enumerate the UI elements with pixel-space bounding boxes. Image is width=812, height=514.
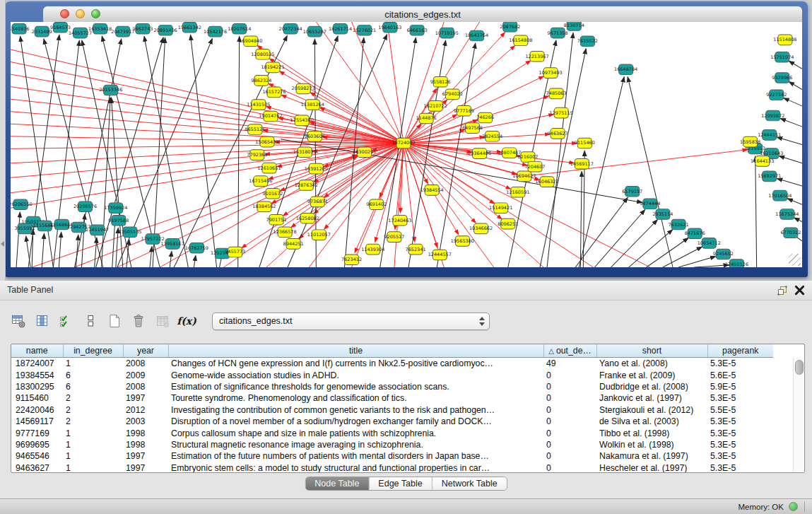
table-cell[interactable]: 2008 (123, 381, 168, 392)
table-cell[interactable]: 1 (63, 358, 123, 370)
column-header-short[interactable]: short (596, 344, 707, 358)
table-cell[interactable]: 1 (63, 462, 123, 473)
table-scrollbar-thumb[interactable] (795, 360, 804, 375)
table-cell[interactable]: 1998 (123, 439, 168, 450)
table-cell[interactable]: Estimation of significance thresholds fo… (168, 381, 543, 392)
table-cell[interactable]: 14569117 (11, 416, 63, 427)
table-cell[interactable]: 1998 (123, 427, 168, 438)
table-cell[interactable]: Disruption of a novel member of a sodium… (168, 416, 543, 427)
table-cell[interactable]: 0 (543, 392, 596, 404)
function-builder-button[interactable]: f(x) (177, 312, 196, 330)
table-cell[interactable]: 2012 (123, 404, 168, 416)
table-row[interactable]: 1872400712008Changes of HCN gene express… (11, 358, 773, 370)
window-titlebar[interactable]: citations_edges.txt (43, 6, 802, 23)
table-cell[interactable]: Wolkin et al. (1998) (596, 439, 707, 450)
table-cell[interactable]: 0 (543, 439, 596, 450)
table-cell[interactable]: 1997 (123, 392, 168, 404)
table-cell[interactable]: Embryonic stem cells: a model to study s… (168, 462, 543, 473)
tab-edge-table[interactable]: Edge Table (368, 477, 431, 490)
table-row[interactable]: 977716911998Corpus callosum shape and si… (11, 427, 773, 438)
memory-status-indicator[interactable] (789, 502, 798, 511)
network-canvas[interactable]: 1540836203148991645731405572716353418204… (11, 22, 802, 267)
table-cell[interactable]: 6 (63, 369, 123, 380)
column-header-title[interactable]: title (168, 344, 543, 358)
table-cell[interactable]: 5.3E-5 (707, 392, 773, 404)
table-cell[interactable]: 5.6E-5 (707, 369, 773, 380)
table-cell[interactable]: 2009 (123, 369, 168, 380)
table-cell[interactable]: 1997 (123, 462, 168, 473)
table-cell[interactable]: Estimation of the future numbers of pati… (168, 450, 543, 462)
column-header-name[interactable]: name (11, 344, 63, 358)
table-row[interactable]: 2242004622012Investigating the contribut… (11, 404, 773, 416)
table-cell[interactable]: 5.3E-5 (707, 462, 773, 473)
table-cell[interactable]: 6 (63, 381, 123, 392)
table-cell[interactable]: 9115460 (11, 392, 63, 404)
table-row[interactable]: 911546021997Tourette syndrome. Phenomeno… (11, 392, 773, 404)
table-cell[interactable]: 18300295 (11, 381, 63, 392)
column-header-out_de[interactable]: △out_de… (543, 344, 596, 358)
network-window[interactable]: citations_edges.txt 15408362031489916457… (5, 1, 808, 277)
table-cell[interactable]: 18724007 (11, 358, 63, 370)
import-table-button[interactable] (153, 312, 172, 330)
table-cell[interactable]: 2 (63, 404, 123, 416)
row-selection-button[interactable] (81, 312, 100, 330)
table-cell[interactable]: Structural magnetic resonance image aver… (168, 439, 543, 450)
table-row[interactable]: 1938455462009Genome-wide association stu… (11, 369, 773, 380)
table-cell[interactable]: Investigating the contribution of common… (168, 404, 543, 416)
table-cell[interactable]: Yano et al. (2008) (596, 358, 707, 370)
table-cell[interactable]: Franke et al. (2009) (596, 369, 707, 380)
table-cell[interactable]: 0 (543, 450, 596, 462)
create-table-button[interactable] (105, 312, 124, 330)
table-cell[interactable]: 2003 (123, 416, 168, 427)
table-cell[interactable]: de Silva et al. (2003) (596, 416, 707, 427)
table-cell[interactable]: Jankovic et al. (1997) (596, 392, 707, 404)
close-panel-button[interactable] (794, 285, 805, 296)
table-cell[interactable]: 5.3E-5 (707, 450, 773, 462)
table-cell[interactable]: 1997 (123, 450, 168, 462)
table-cell[interactable]: 0 (543, 462, 596, 473)
table-cell[interactable]: 0 (543, 416, 596, 427)
table-cell[interactable]: Dudbridge et al. (2008) (596, 381, 707, 392)
table-cell[interactable]: 1 (63, 439, 123, 450)
column-visibility-button[interactable] (33, 312, 52, 330)
table-cell[interactable]: Changes of HCN gene expression and I(f) … (168, 358, 543, 370)
table-cell[interactable]: 1 (63, 450, 123, 462)
table-row[interactable]: 1830029562008Estimation of significance … (11, 381, 773, 392)
panel-divider[interactable] (0, 0, 6, 281)
table-cell[interactable]: 2 (63, 392, 123, 404)
table-cell[interactable]: Stergiakouli et al. (2012) (596, 404, 707, 416)
table-cell[interactable]: 5.5E-5 (707, 404, 773, 416)
table-cell[interactable]: 22420046 (11, 404, 63, 416)
table-cell[interactable]: 0 (543, 381, 596, 392)
column-header-in_degree[interactable]: in_degree (63, 344, 123, 358)
table-cell[interactable]: 2 (63, 416, 123, 427)
table-cell[interactable]: 5.3E-5 (707, 439, 773, 450)
table-cell[interactable]: 19384554 (11, 369, 63, 380)
table-cell[interactable]: 5.3E-5 (707, 358, 773, 370)
table-cell[interactable]: 5.3E-5 (707, 416, 773, 427)
window-resize-grip[interactable] (789, 254, 801, 266)
table-cell[interactable]: 9465546 (11, 450, 63, 462)
table-cell[interactable]: 9699695 (11, 439, 63, 450)
collapse-panel-icon[interactable] (1, 241, 4, 247)
tab-node-table[interactable]: Node Table (305, 477, 368, 490)
column-header-year[interactable]: year (123, 344, 168, 358)
table-row[interactable]: 946554611997Estimation of the future num… (11, 450, 773, 462)
table-row[interactable]: 1456911722003Disruption of a novel membe… (11, 416, 773, 427)
table-select-dropdown[interactable]: citations_edges.txt (212, 313, 490, 330)
table-cell[interactable]: Hescheler et al. (1997) (596, 462, 707, 473)
table-row[interactable]: 969969511998Structural magnetic resonanc… (11, 439, 773, 450)
table-cell[interactable]: 9777169 (11, 427, 63, 438)
table-cell[interactable]: 1 (63, 427, 123, 438)
table-scrollbar[interactable] (793, 358, 804, 472)
float-panel-button[interactable] (777, 285, 788, 296)
table-cell[interactable]: Genome-wide association studies in ADHD. (168, 369, 543, 380)
column-header-pagerank[interactable]: pagerank (707, 344, 773, 358)
table-cell[interactable]: 5.3E-5 (707, 427, 773, 438)
tab-network-table[interactable]: Network Table (432, 477, 507, 490)
table-cell[interactable]: Tibbo et al. (1998) (596, 427, 707, 438)
table-cell[interactable]: 49 (543, 358, 596, 370)
table-cell[interactable]: 5.9E-5 (707, 381, 773, 392)
column-settings-button[interactable] (8, 312, 28, 330)
table-cell[interactable]: Tourette syndrome. Phenomenology and cla… (168, 392, 543, 404)
